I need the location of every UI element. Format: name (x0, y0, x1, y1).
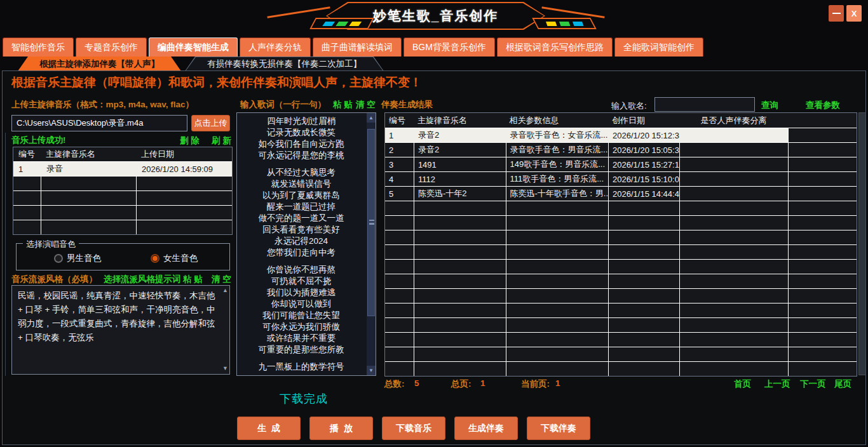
last-page-link[interactable]: 尾页 (834, 378, 851, 390)
table-row[interactable] (385, 244, 857, 259)
lyrics-line: 四年时光划过眉梢 (237, 116, 365, 127)
lyrics-line: 记录无数成长微笑 (237, 127, 365, 138)
lyrics-line: 就发送错误信号 (237, 178, 365, 190)
main-tab[interactable]: 专题音乐创作 (76, 37, 147, 57)
action-button[interactable]: 生 成 (237, 417, 301, 440)
query-link[interactable]: 查询 (761, 100, 778, 111)
action-button[interactable]: 下载伴奏 (527, 417, 590, 440)
main-tab[interactable]: 全能歌词智能创作 (614, 37, 703, 57)
main-tab[interactable]: 编曲伴奏智能生成 (149, 37, 238, 57)
accent-dashes-right (532, 18, 597, 29)
lyrics-paste-link[interactable]: 粘 贴 (333, 99, 353, 110)
main-tab-bar: 智能创作音乐 专题音乐创作 编曲伴奏智能生成 人声伴奏分轨 曲子曲谱解读填词 B… (3, 37, 703, 57)
genre-style-textarea[interactable]: 民谣，校园民谣，纯真青涩，中速轻快节奏，木吉他 + 口琴 + 手铃，简单三和弦和… (11, 285, 230, 375)
scroll-down-icon[interactable]: ▼ (367, 366, 376, 375)
delete-link[interactable]: 删 除 (180, 135, 200, 147)
page-title: 根据音乐主旋律（哼唱旋律）和歌词，来创作伴奏和演唱人声，主旋律不变！ (11, 74, 422, 91)
table-row[interactable] (385, 303, 857, 317)
sub-tab-lossless-convert[interactable]: 有损伴奏转换无损伴奏【伴奏二次加工】 (185, 57, 384, 71)
current-page-value: 1 (555, 378, 560, 388)
upload-status: 音乐上传成功! (11, 135, 66, 146)
dash-icon (545, 22, 556, 26)
table-row[interactable]: 2 录音2 录音歌手音色：男音乐流... 2026/1/20 15:05:35 (385, 142, 857, 157)
lyrics-clear-link[interactable]: 清 空 (356, 99, 376, 110)
table-row[interactable] (385, 215, 857, 230)
lyrics-scrollbar[interactable]: ▲ ▼ (367, 113, 376, 375)
results-scrollbar[interactable] (858, 112, 866, 375)
song-name-input[interactable] (654, 97, 755, 112)
prev-page-link[interactable]: 上一页 (764, 378, 790, 390)
scroll-up-icon[interactable]: ▲ (367, 113, 376, 123)
genre-style-label: 音乐流派风格（必填） (11, 274, 97, 285)
dash-icon (559, 22, 569, 26)
results-label: 伴奏生成结果 (381, 99, 433, 110)
lyrics-line (237, 161, 365, 167)
lyrics-textarea[interactable]: 四年时光划过眉梢 记录无数成长微笑 如今我们各自向远方跑 可永远记得是您的李桃 … (236, 112, 376, 376)
main-tab[interactable]: 曲子曲谱解读填词 (313, 37, 402, 57)
action-button-bar: 生 成 播 放 下载音乐 生成伴奏 下载伴奏 (237, 417, 590, 440)
scroll-up-icon[interactable]: ▲ (221, 287, 229, 293)
table-row[interactable]: 3 1491 149歌手音色：男音乐流... 2026/1/15 15:27:1… (385, 157, 857, 171)
melody-table: 编号 主旋律音乐名 上传日期 1 录音 2026/1/20 14:59:09 (13, 147, 233, 235)
voice-group-label: 选择演唱音色 (23, 239, 79, 250)
current-page-label: 当前页: (521, 378, 550, 390)
lyrics-line: 九一黑板上的数学符号 (237, 361, 365, 373)
table-row[interactable] (385, 361, 857, 376)
main-tab[interactable]: BGM背景音乐创作 (403, 37, 495, 57)
table-row[interactable] (13, 176, 232, 190)
table-row[interactable] (13, 205, 232, 220)
table-row[interactable] (385, 332, 857, 347)
view-params-link[interactable]: 查看参数 (806, 100, 840, 111)
lyrics-text: 四年时光划过眉梢 记录无数成长微笑 如今我们各自向远方跑 可永远记得是您的李桃 … (237, 116, 365, 373)
action-button[interactable]: 下载音乐 (382, 417, 445, 440)
table-row[interactable]: 4 1112 111歌手音色：男音乐流... 2026/1/15 15:10:0… (385, 171, 857, 186)
table-row[interactable] (13, 220, 232, 234)
voice-radio-option[interactable]: 女生音色 (151, 253, 198, 264)
minimize-button[interactable] (829, 5, 844, 22)
total-count-value: 5 (414, 378, 419, 388)
scroll-down-icon[interactable]: ▼ (221, 365, 229, 371)
scrollbar-thumb[interactable] (367, 129, 375, 316)
results-table-header: 编号 主旋律音乐名 相关参数信息 创作日期 是否人声伴奏分离 (385, 113, 857, 128)
genre-clear-link[interactable]: 清 空 (212, 274, 231, 285)
total-count-label: 总数: (384, 378, 405, 390)
table-row[interactable] (385, 347, 857, 361)
action-button[interactable]: 生成伴奏 (454, 417, 518, 440)
main-tab[interactable]: 根据歌词音乐写创作思路 (497, 37, 613, 57)
melody-table-header: 编号 主旋律音乐名 上传日期 (13, 147, 232, 161)
next-page-link[interactable]: 下一页 (800, 378, 826, 390)
table-row[interactable]: 5 陈奕迅-十年2 陈奕迅-十年歌手音色：男... 2026/1/15 14:4… (385, 186, 857, 201)
main-tab[interactable]: 智能创作音乐 (3, 37, 74, 57)
sub-tab-bar: 根据主旋律添加伴奏【带人声】 有损伴奏转换无损伴奏【伴奏二次加工】 (18, 57, 384, 71)
action-button[interactable]: 播 放 (309, 417, 373, 440)
close-button[interactable]: X (846, 5, 862, 22)
lyrics-line: 你却说可以做到 (237, 298, 365, 310)
genre-hint-link[interactable]: 选择流派风格提示词 (104, 274, 181, 285)
table-row[interactable] (385, 317, 857, 332)
dash-icon (322, 22, 335, 26)
lyrics-line: 可你永远为我们骄傲 (237, 321, 365, 333)
voice-radio-option[interactable]: 男生音色 (54, 253, 101, 264)
lyrics-input-label: 输入歌词（一行一句） (240, 99, 326, 110)
table-row[interactable] (385, 288, 857, 303)
first-page-link[interactable]: 首页 (734, 378, 751, 390)
table-row[interactable] (13, 190, 232, 205)
lyrics-line: 从不经过大脑思考 (237, 167, 365, 178)
results-table: 编号 主旋律音乐名 相关参数信息 创作日期 是否人声伴奏分离 1 录音2 录音歌… (384, 112, 857, 377)
table-row[interactable] (385, 259, 857, 274)
table-row[interactable] (385, 201, 857, 215)
table-row[interactable]: 1 录音2 录音歌手音色：女音乐流... 2026/1/20 15:12:31 (385, 128, 857, 142)
file-path-input[interactable] (11, 115, 187, 131)
genre-paste-link[interactable]: 粘 贴 (183, 274, 203, 285)
main-tab[interactable]: 人声伴奏分轨 (240, 37, 311, 57)
table-row[interactable] (385, 230, 857, 244)
lyrics-line (237, 258, 365, 264)
upload-button[interactable]: 点击上传 (191, 115, 230, 131)
sub-tab-add-accompaniment[interactable]: 根据主旋律添加伴奏【带人声】 (18, 57, 181, 71)
lyrics-line: 以为到了夏威夷群岛 (237, 190, 365, 201)
table-row[interactable]: 1 录音 2026/1/20 14:59:09 (13, 161, 232, 176)
lyrics-line: 我们可能曾让您失望 (237, 310, 365, 321)
refresh-link[interactable]: 刷 新 (212, 135, 231, 147)
lyrics-line: 回头看看竟有些美好 (237, 224, 365, 236)
table-row[interactable] (385, 274, 857, 288)
